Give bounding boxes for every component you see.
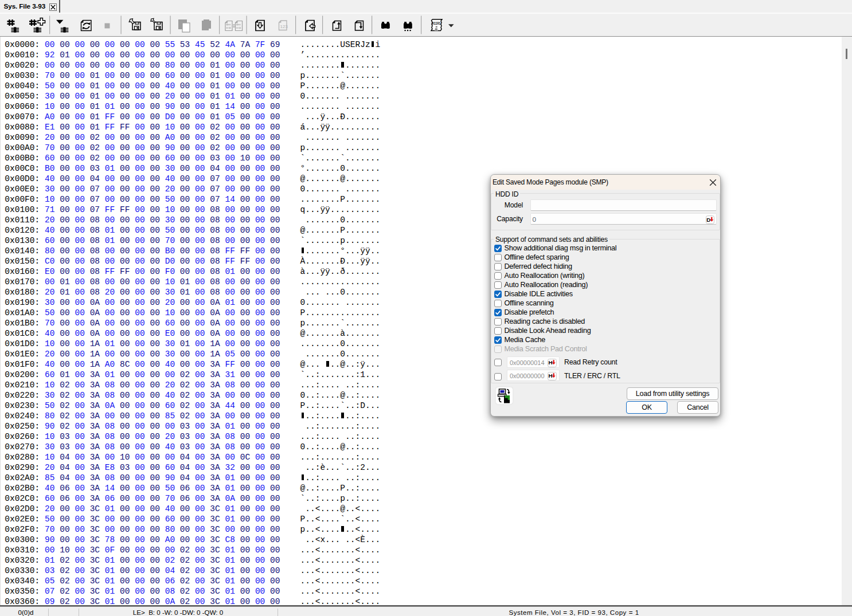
svg-text:123: 123 xyxy=(280,24,288,29)
svg-text:H: H xyxy=(548,359,552,366)
svg-text:H: H xyxy=(548,372,552,379)
svg-text:01101: 01101 xyxy=(432,22,441,26)
svg-text:D: D xyxy=(706,217,710,223)
